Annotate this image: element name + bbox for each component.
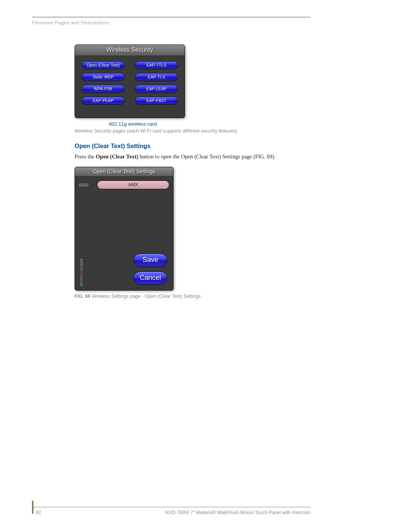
eap-ttls-button[interactable]: EAP-TTLS — [135, 61, 178, 69]
eap-leap-button[interactable]: EAP-LEAP — [135, 85, 178, 93]
page-footer: 92 NXD-700Vi 7" Modero® Wall/Flush Mount… — [32, 504, 311, 515]
open-clear-text-button[interactable]: Open (Clear Text) — [82, 61, 124, 69]
open-clear-text-panel: Open (Clear Text) Settings SSID AMX Save… — [75, 167, 174, 291]
body-paragraph: Press the Open (Clear Text) button to op… — [75, 153, 311, 160]
save-button[interactable]: Save — [134, 254, 167, 267]
product-name: NXD-700Vi 7" Modero® Wall/Flush Mount To… — [165, 510, 311, 515]
ssid-field[interactable]: AMX — [97, 181, 169, 189]
wpa-psk-button[interactable]: WPA-PSK — [82, 85, 124, 93]
devicescape-brand: devicescape — [78, 258, 84, 286]
figure-caption: FIG. 69 Wireless Settings page - Open (C… — [75, 294, 311, 299]
cancel-button[interactable]: Cancel — [134, 272, 167, 285]
wireless-security-title: Wireless Security — [75, 45, 185, 56]
wireless-security-panel: Wireless Security Open (Clear Text) EAP-… — [75, 45, 185, 118]
eap-peap-button[interactable]: EAP-PEAP — [82, 97, 124, 105]
eap-fast-button[interactable]: EAP-FAST — [135, 97, 178, 105]
ssid-label: SSID — [79, 183, 93, 187]
wireless-security-note: Wireless Security pages (each Wi Fi card… — [75, 128, 311, 134]
static-wep-button[interactable]: Static WEP — [82, 73, 124, 81]
open-clear-text-title: Open (Clear Text) Settings — [75, 167, 173, 177]
eap-tls-button[interactable]: EAP-TLS — [135, 73, 178, 81]
page-number: 92 — [36, 510, 41, 515]
section-heading: Open (Clear Text) Settings — [75, 143, 311, 150]
wireless-card-caption: 802.11g wireless card — [109, 121, 311, 127]
header-section: Firmware Pages and Descriptions — [32, 20, 311, 26]
